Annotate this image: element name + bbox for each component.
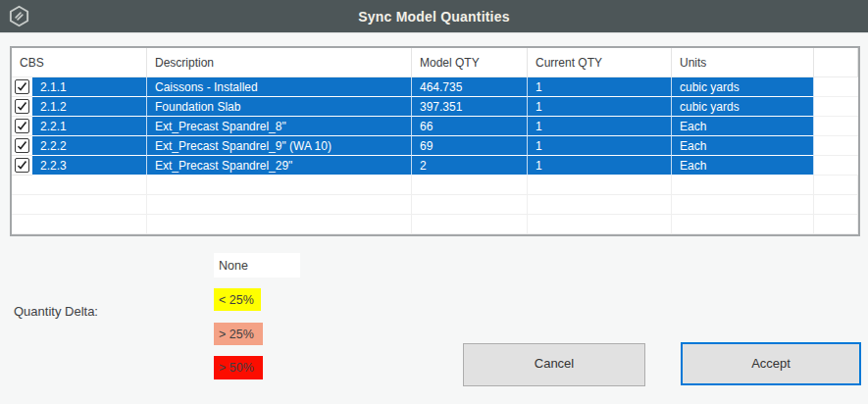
title-bar: Sync Model Quantities: [0, 0, 868, 33]
cell-current-qty: 1: [528, 136, 672, 156]
hexagon-logo-icon: [8, 5, 30, 27]
cell-units: Each: [672, 136, 814, 156]
cell-description: Foundation Slab: [147, 97, 412, 117]
row-checkbox-cell[interactable]: [12, 156, 32, 176]
cell-extra: [814, 117, 858, 136]
cell-description: Ext_Precast Spandrel_29": [147, 156, 412, 176]
header-current-qty: Current QTY: [528, 48, 672, 77]
cell-cbs: 2.1.1: [32, 77, 147, 97]
cell-description: Ext_Precast Spandrel_9" (WA 10): [147, 136, 412, 156]
table-row[interactable]: 2.1.2 Foundation Slab 397.351 1 cubic ya…: [12, 97, 858, 117]
row-checkbox[interactable]: [15, 158, 29, 173]
cell-cbs: 2.2.3: [32, 156, 147, 176]
table-row[interactable]: 2.2.1 Ext_Precast Spandrel_8" 66 1 Each: [12, 117, 858, 136]
header-units: Units: [672, 48, 814, 77]
cell-description: Caissons - Installed: [147, 77, 412, 97]
header-description: Description: [147, 48, 412, 77]
checkmark-icon: [17, 140, 27, 151]
legend-none: None: [214, 253, 300, 278]
cell-description: Ext_Precast Spandrel_8": [147, 117, 412, 136]
accept-button[interactable]: Accept: [681, 342, 861, 385]
legend-over-50: > 50%: [214, 356, 263, 379]
header-extra: [814, 48, 858, 77]
header-model-qty: Model QTY: [412, 48, 528, 77]
sync-model-quantities-dialog: Sync Model Quantities CBS Description Mo…: [0, 0, 868, 404]
cell-extra: [814, 77, 858, 97]
row-checkbox[interactable]: [15, 119, 29, 133]
cell-model-qty: 397.351: [412, 97, 528, 117]
cell-cbs: 2.2.1: [32, 117, 147, 136]
cell-current-qty: 1: [528, 117, 672, 136]
cell-units: cubic yards: [672, 97, 814, 117]
dialog-title: Sync Model Quantities: [0, 9, 868, 25]
header-cbs: CBS: [12, 48, 147, 77]
cell-model-qty: 69: [412, 136, 528, 156]
row-checkbox[interactable]: [15, 99, 29, 114]
cell-units: cubic yards: [672, 77, 814, 97]
quantity-delta-label: Quantity Delta:: [14, 304, 98, 319]
cell-current-qty: 1: [528, 156, 672, 176]
cell-model-qty: 66: [412, 117, 528, 136]
cell-cbs: 2.2.2: [32, 136, 147, 156]
table-row[interactable]: 2.2.3 Ext_Precast Spandrel_29" 2 1 Each: [12, 156, 858, 176]
row-checkbox-cell[interactable]: [12, 117, 32, 136]
empty-table-row: [12, 215, 858, 234]
checkmark-icon: [17, 160, 27, 171]
cell-units: Each: [672, 117, 814, 136]
checkmark-icon: [17, 101, 27, 112]
cell-current-qty: 1: [528, 97, 672, 117]
row-checkbox-cell[interactable]: [12, 136, 32, 156]
checkmark-icon: [17, 81, 27, 92]
checkmark-icon: [17, 121, 27, 131]
table-body: 2.1.1 Caissons - Installed 464.735 1 cub…: [12, 77, 858, 234]
quantities-table: CBS Description Model QTY Current QTY Un…: [10, 46, 860, 236]
table-row[interactable]: 2.1.1 Caissons - Installed 464.735 1 cub…: [12, 77, 858, 97]
cancel-button[interactable]: Cancel: [463, 343, 645, 386]
cell-extra: [814, 97, 858, 117]
empty-table-row: [12, 195, 858, 215]
legend-under-25: < 25%: [214, 288, 261, 311]
cell-model-qty: 2: [412, 156, 528, 176]
cell-extra: [814, 136, 858, 156]
cell-units: Each: [672, 156, 814, 176]
row-checkbox-cell[interactable]: [12, 97, 32, 117]
cell-extra: [814, 156, 858, 176]
cell-cbs: 2.1.2: [32, 97, 147, 117]
row-checkbox[interactable]: [15, 79, 29, 94]
cell-current-qty: 1: [528, 77, 672, 97]
cell-model-qty: 464.735: [412, 77, 528, 97]
table-header-row: CBS Description Model QTY Current QTY Un…: [12, 48, 858, 77]
row-checkbox[interactable]: [15, 138, 29, 153]
empty-table-row: [12, 176, 858, 195]
table-row[interactable]: 2.2.2 Ext_Precast Spandrel_9" (WA 10) 69…: [12, 136, 858, 156]
legend-over-25: > 25%: [214, 323, 263, 345]
row-checkbox-cell[interactable]: [12, 77, 32, 97]
